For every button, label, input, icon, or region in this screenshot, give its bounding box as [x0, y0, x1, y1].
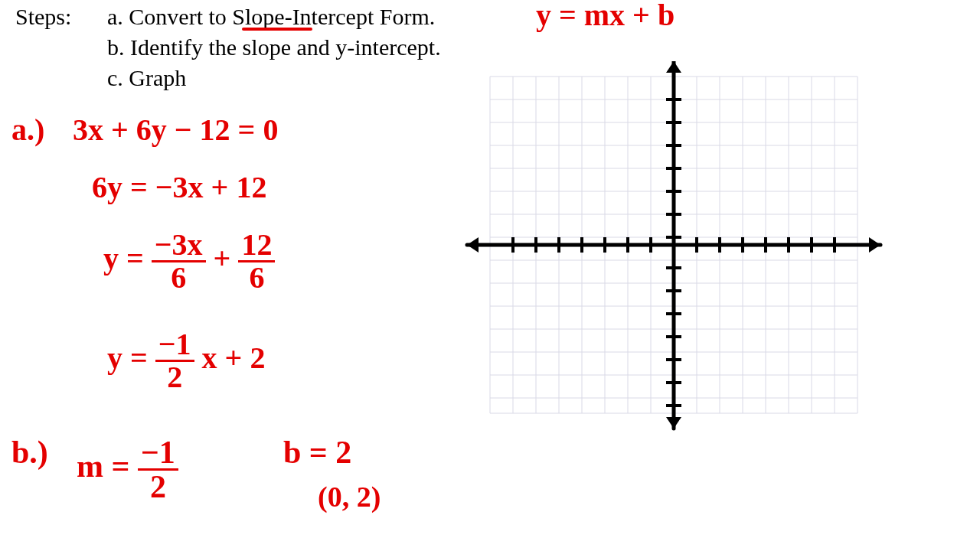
arrow-up-icon	[666, 61, 681, 73]
line4-frac: −1 2	[155, 329, 194, 393]
line3-den1: 6	[168, 262, 189, 293]
bm-pre: m =	[77, 448, 138, 484]
work-a-line4: y = −1 2 x + 2	[107, 329, 265, 393]
bm-num: −1	[138, 436, 178, 471]
underline-slope	[242, 28, 312, 31]
step-a-text: a. Convert to Slope-Intercept Form.	[107, 4, 435, 30]
steps-label: Steps:	[15, 4, 71, 30]
line3-mid: +	[214, 241, 239, 276]
work-b-point: (0, 2)	[318, 482, 381, 511]
line3-num1: −3x	[152, 230, 206, 262]
line3-den2: 6	[246, 262, 267, 293]
arrow-right-icon	[869, 237, 880, 253]
arrow-down-icon	[666, 417, 681, 429]
work-a-label: a.)	[11, 115, 44, 145]
line3-num2: 12	[238, 230, 275, 262]
line4-num: −1	[155, 329, 194, 362]
coordinate-grid	[459, 61, 888, 436]
work-a-line2: 6y = −3x + 12	[92, 172, 266, 203]
step-c-text: c. Graph	[107, 65, 186, 91]
step-b-text: b. Identify the slope and y-intercept.	[107, 34, 441, 60]
line3-pre: y =	[103, 241, 152, 276]
work-b-label: b.)	[11, 436, 48, 468]
work-a-line3: y = −3x 6 + 12 6	[103, 230, 275, 293]
line3-frac1: −3x 6	[152, 230, 206, 293]
line4-den: 2	[164, 362, 185, 393]
bm-frac: −1 2	[138, 436, 178, 503]
work-b-m: m = −1 2	[77, 436, 178, 503]
line4-pre: y =	[107, 341, 155, 375]
arrow-left-icon	[467, 237, 479, 253]
line3-frac2: 12 6	[238, 230, 275, 293]
work-a-line1: 3x + 6y − 12 = 0	[73, 115, 278, 145]
bm-den: 2	[147, 471, 169, 503]
work-b-b: b = 2	[283, 436, 351, 468]
line4-post: x + 2	[202, 341, 266, 375]
slope-intercept-formula: y = mx + b	[536, 0, 675, 31]
